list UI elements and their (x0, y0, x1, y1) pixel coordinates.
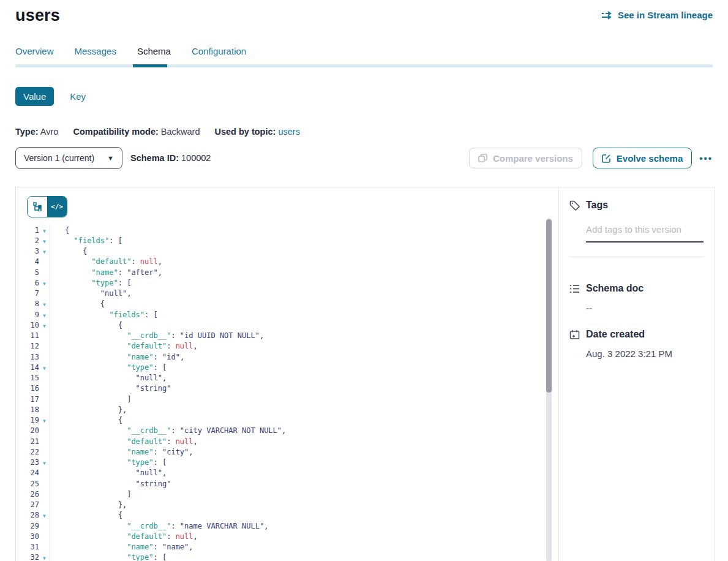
line-gutter: 10▼ (16, 320, 50, 330)
stream-lineage-link[interactable]: See in Stream lineage (601, 10, 713, 20)
line-gutter: 29 (16, 521, 50, 531)
schema-meta-row: Type: Avro Compatibility mode: Backward … (15, 127, 728, 137)
code-scrollbar-track[interactable] (546, 218, 552, 561)
line-gutter: 18 (16, 404, 50, 415)
line-gutter: 11 (16, 331, 50, 341)
code-line-text: }, (50, 500, 127, 509)
code-line: 3▼ { (16, 246, 558, 257)
schema-code-pane: </> 1▼{2▼ "fields": [3▼ {4 "default": nu… (16, 187, 558, 561)
compare-icon (478, 153, 488, 163)
tags-section-header: Tags (569, 200, 704, 211)
schema-doc-section-header: Schema doc (569, 283, 704, 294)
code-line: 17 ] (16, 394, 558, 404)
line-number: 23 (16, 458, 39, 467)
collapse-caret-icon[interactable]: ▼ (43, 302, 46, 307)
code-line: 32▼ "type": [ (16, 552, 558, 561)
code-line: 13 "name": "id", (16, 352, 558, 362)
line-gutter: 3▼ (16, 246, 50, 257)
code-line-text: "name": "id", (50, 353, 184, 361)
code-line: 23▼ "type": [ (16, 457, 558, 468)
code-line-text: "null", (50, 289, 131, 298)
tab-configuration[interactable]: Configuration (192, 46, 246, 64)
collapse-caret-icon[interactable]: ▼ (43, 555, 46, 561)
evolve-schema-button[interactable]: Evolve schema (593, 148, 692, 168)
tab-messages[interactable]: Messages (75, 46, 116, 64)
line-gutter: 15 (16, 373, 50, 383)
schema-id-value: 100002 (181, 153, 211, 163)
code-line: 26 ] (16, 489, 558, 499)
collapse-caret-icon[interactable]: ▼ (43, 461, 46, 466)
line-number: 11 (16, 331, 39, 340)
tab-schema[interactable]: Schema (137, 46, 171, 64)
value-key-toggle: Value Key (15, 87, 728, 106)
collapse-caret-icon[interactable]: ▼ (43, 323, 46, 329)
line-number: 25 (16, 480, 39, 488)
code-line: 11 "__crdb__": "id UUID NOT NULL", (16, 331, 558, 341)
line-number: 21 (16, 437, 39, 446)
line-number: 20 (16, 426, 39, 435)
line-gutter: 30 (16, 531, 50, 541)
code-line: 28▼ { (16, 510, 558, 521)
line-gutter: 13 (16, 352, 50, 362)
line-gutter: 19▼ (16, 415, 50, 426)
tags-title: Tags (586, 200, 608, 211)
line-number: 13 (16, 353, 39, 361)
schema-id: Schema ID: 100002 (130, 153, 211, 163)
code-view-button[interactable]: </> (47, 197, 67, 217)
line-number: 26 (16, 490, 39, 499)
add-tags-input[interactable] (586, 224, 704, 243)
line-gutter: 1▼ (16, 225, 50, 235)
date-created-section-header: Date created (569, 329, 704, 340)
edit-icon (602, 153, 612, 163)
code-scrollbar-thumb[interactable] (546, 219, 552, 393)
code-line: 18 }, (16, 404, 558, 415)
collapse-caret-icon[interactable]: ▼ (43, 366, 46, 371)
type-value: Avro (40, 127, 59, 137)
code-line-text: { (50, 321, 122, 329)
active-tab-indicator (133, 64, 167, 67)
collapse-caret-icon[interactable]: ▼ (43, 418, 46, 424)
code-line-text: "name": "after", (50, 268, 162, 277)
version-select[interactable]: Version 1 (current) ▼ (15, 147, 122, 169)
collapse-caret-icon[interactable]: ▼ (43, 313, 46, 318)
line-gutter: 21 (16, 436, 50, 446)
line-number: 19 (16, 416, 39, 424)
line-number: 1 (16, 226, 39, 235)
value-toggle-button[interactable]: Value (15, 87, 54, 106)
line-gutter: 31 (16, 542, 50, 552)
code-line: 24 "null", (16, 468, 558, 478)
compare-versions-label: Compare versions (493, 153, 573, 164)
collapse-caret-icon[interactable]: ▼ (43, 239, 46, 244)
compare-versions-button[interactable]: Compare versions (469, 148, 582, 168)
line-number: 31 (16, 543, 39, 551)
line-number: 24 (16, 469, 39, 477)
collapse-caret-icon[interactable]: ▼ (43, 513, 46, 519)
line-number: 32 (16, 553, 39, 561)
line-gutter: 17 (16, 394, 50, 404)
collapse-caret-icon[interactable]: ▼ (43, 228, 46, 234)
page-header: users See in Stream lineage (0, 0, 728, 25)
more-options-button[interactable]: ••• (699, 153, 713, 164)
code-line: 31 "name": "name", (16, 542, 558, 552)
tab-overview[interactable]: Overview (15, 46, 54, 64)
code-line-text: ] (50, 395, 131, 404)
line-gutter: 28▼ (16, 510, 50, 521)
version-select-value: Version 1 (current) (24, 153, 94, 163)
code-line: 6▼ "type": [ (16, 277, 558, 288)
line-gutter: 7 (16, 288, 50, 299)
evolve-schema-label: Evolve schema (617, 153, 683, 164)
key-toggle-link[interactable]: Key (70, 91, 86, 102)
line-gutter: 12 (16, 341, 50, 352)
code-line-text: "type": [ (50, 363, 167, 372)
tree-view-button[interactable] (28, 197, 47, 217)
line-number: 9 (16, 311, 39, 319)
view-mode-toggle: </> (27, 196, 67, 217)
collapse-caret-icon[interactable]: ▼ (43, 249, 46, 255)
chevron-down-icon: ▼ (107, 154, 114, 162)
meta-topic: Used by topic: users (214, 127, 299, 137)
topic-link[interactable]: users (278, 127, 299, 137)
collapse-caret-icon[interactable]: ▼ (43, 281, 46, 287)
compatibility-label: Compatibility mode: (73, 127, 158, 137)
code-line: 19▼ { (16, 415, 558, 426)
line-gutter: 22 (16, 446, 50, 457)
